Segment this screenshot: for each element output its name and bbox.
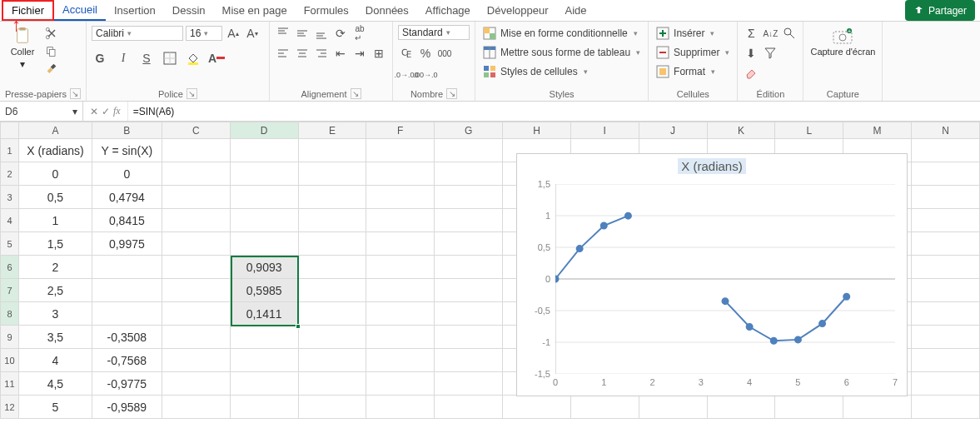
cell[interactable] [298,186,366,209]
fx-icon[interactable]: fx [113,105,121,117]
merge-button[interactable]: ⊞ [371,45,387,62]
number-format-combo[interactable]: Standard▾ [398,25,470,40]
increase-indent-button[interactable]: ⇥ [351,45,368,62]
share-button[interactable]: Partager [905,0,975,21]
clear-button[interactable] [743,65,759,82]
cell[interactable]: 5 [18,396,92,419]
copy-button[interactable] [43,43,60,60]
cell[interactable] [435,302,503,326]
cell[interactable] [366,279,435,302]
cell[interactable]: 3,5 [18,326,92,349]
tab-draw[interactable]: Dessin [164,0,214,21]
row-header[interactable]: 3 [1,186,19,209]
cell[interactable] [162,162,230,186]
cell[interactable] [298,209,366,232]
fill-handle[interactable] [296,324,301,329]
col-header-B[interactable]: B [92,122,162,139]
cell[interactable]: 2 [18,256,92,279]
cell[interactable] [230,162,298,186]
format-cells-button[interactable]: Format▾ [654,63,718,80]
cell[interactable]: 0,4794 [92,186,162,209]
cell[interactable] [639,396,707,419]
cell[interactable] [162,209,230,232]
cell[interactable] [843,396,912,419]
cut-button[interactable] [43,25,60,42]
cell[interactable] [570,396,639,419]
row-header[interactable]: 8 [1,302,19,326]
cell[interactable] [366,209,435,232]
cell[interactable] [298,349,366,372]
row-header[interactable]: 1 [1,139,19,162]
cell[interactable] [912,162,980,186]
col-header-G[interactable]: G [435,122,503,139]
cell-styles-button[interactable]: Styles de cellules▾ [480,63,590,80]
cell[interactable] [230,232,298,256]
cell[interactable] [230,186,298,209]
cell[interactable]: Y = sin(X) [92,139,162,162]
cell[interactable] [912,302,980,326]
cell[interactable] [912,256,980,279]
cell[interactable] [298,162,366,186]
font-size-combo[interactable]: 16▾ [186,26,222,41]
bold-button[interactable]: G [92,50,108,67]
col-header-C[interactable]: C [162,122,230,139]
col-header-H[interactable]: H [503,122,571,139]
cell[interactable] [298,279,366,302]
cell[interactable] [912,326,980,349]
tab-home[interactable]: Accueil [54,0,106,21]
cell[interactable] [230,139,298,162]
cell[interactable]: 4,5 [18,372,92,396]
cell[interactable] [298,372,366,396]
wrap-text-button[interactable]: ab↵ [351,25,368,42]
tab-formulas[interactable]: Formules [296,0,357,21]
accept-formula-icon[interactable]: ✓ [102,106,110,117]
format-painter-button[interactable] [43,62,60,78]
row-header[interactable]: 9 [1,326,19,349]
cell[interactable] [366,232,435,256]
cell[interactable]: -0,3508 [92,326,162,349]
col-header-D[interactable]: D [230,122,298,139]
cell[interactable]: 4 [18,349,92,372]
cell[interactable] [366,139,435,162]
tab-view[interactable]: Affichage [417,0,479,21]
cell[interactable] [366,302,435,326]
name-box[interactable]: D6▾ [0,102,83,121]
cell[interactable] [912,139,980,162]
cell[interactable] [912,279,980,302]
cell[interactable] [92,256,162,279]
cell[interactable] [298,256,366,279]
increase-decimal-button[interactable]: .0→.00 [398,67,415,83]
cell[interactable] [435,349,503,372]
row-header[interactable]: 7 [1,279,19,302]
italic-button[interactable]: I [115,50,132,67]
font-color-button[interactable]: A [208,50,225,67]
cell[interactable] [912,186,980,209]
sort-asc-button[interactable]: A↓Z [762,25,779,42]
row-header[interactable]: 11 [1,372,19,396]
thousands-button[interactable]: 000 [436,45,453,62]
row-header[interactable]: 2 [1,162,19,186]
cell[interactable]: 0,9975 [92,232,162,256]
tab-layout[interactable]: Mise en page [214,0,296,21]
cell[interactable]: 0,9093 [230,256,298,279]
cell[interactable]: -0,9775 [92,372,162,396]
col-header-A[interactable]: A [18,122,92,139]
row-header[interactable]: 4 [1,209,19,232]
cell[interactable] [435,232,503,256]
cell[interactable] [912,396,980,419]
cell[interactable] [912,372,980,396]
cell[interactable]: 0,5985 [230,279,298,302]
underline-button[interactable]: S [138,50,155,67]
align-right-button[interactable] [313,45,330,62]
col-header-K[interactable]: K [707,122,775,139]
formula-input[interactable]: =SIN(A6) [128,102,980,121]
cell[interactable] [435,162,503,186]
tab-data[interactable]: Données [357,0,417,21]
font-name-combo[interactable]: Calibri▾ [92,26,183,41]
cell[interactable] [366,326,435,349]
chart-title[interactable]: X (radians) [517,154,907,178]
cell[interactable] [298,139,366,162]
cell[interactable]: 1,5 [18,232,92,256]
cell[interactable] [162,139,230,162]
cell[interactable] [162,326,230,349]
